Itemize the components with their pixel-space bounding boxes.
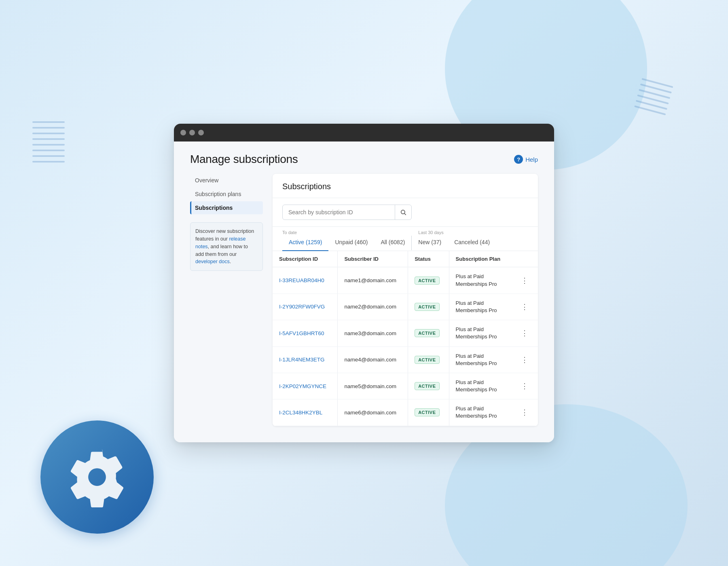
cell-subscriber-id: name6@domain.com [338,399,408,426]
subscription-id-link[interactable]: I-5AFV1GBHRT60 [279,330,324,336]
status-badge: ACTIVE [415,356,439,364]
row-actions-button[interactable]: ⋮ [518,355,531,365]
cell-status: ACTIVE [408,399,449,426]
cell-subscription-id: I-2CL348HK2YBL [273,399,337,426]
col-header-plan: Subscription Plan [449,251,511,267]
table-row: I-1JLR4NEM3ETG name4@domain.com ACTIVE P… [273,346,538,373]
row-actions-button[interactable]: ⋮ [518,328,531,338]
tab-canceled[interactable]: Canceled (44) [448,236,496,251]
status-badge: ACTIVE [415,277,439,285]
tabs-section: To date Active (1259) Unpaid (460) All (… [273,227,538,251]
search-button[interactable] [395,205,411,220]
table-header-row: Subscription ID Subscriber ID Status Sub… [273,251,538,267]
col-header-subscription-id: Subscription ID [273,251,337,267]
content-panel: Subscriptions [273,174,538,426]
tab-all[interactable]: All (6082) [374,236,411,251]
subscription-id-link[interactable]: I-33REUABR04H0 [279,277,324,283]
cell-actions: ⋮ [511,320,538,346]
search-bar [282,205,412,220]
plan-text: Plus at PaidMemberships Pro [456,273,497,287]
cell-subscriber-id: name4@domain.com [338,346,408,373]
cell-plan: Plus at PaidMemberships Pro [449,399,511,426]
svg-point-0 [401,210,405,214]
row-actions-button[interactable]: ⋮ [518,381,531,391]
last30-label: Last 30 days [412,227,496,236]
cell-subscription-id: I-1JLR4NEM3ETG [273,346,337,373]
cell-actions: ⋮ [511,399,538,426]
tab-new[interactable]: New (37) [412,236,448,251]
cell-status: ACTIVE [408,346,449,373]
app-content: Manage subscriptions ? Help Overview Sub… [174,142,554,442]
sidebar-item-subscription-plans[interactable]: Subscription plans [190,188,263,201]
cell-actions: ⋮ [511,267,538,294]
last30-tabs: New (37) Canceled (44) [412,236,496,251]
browser-window: Manage subscriptions ? Help Overview Sub… [174,124,554,442]
cell-subscription-id: I-2Y902RFW0FVG [273,294,337,320]
table-row: I-2CL348HK2YBL name6@domain.com ACTIVE P… [273,399,538,426]
cell-plan: Plus at PaidMemberships Pro [449,267,511,294]
panel-header: Subscriptions [273,174,538,198]
sidebar: Overview Subscription plans Subscription… [190,174,263,426]
cell-actions: ⋮ [511,346,538,373]
status-badge: ACTIVE [415,408,439,416]
cell-subscription-id: I-5AFV1GBHRT60 [273,320,337,346]
maximize-button[interactable] [198,130,204,135]
sidebar-notice: Discover new subscription features in ou… [190,222,263,271]
search-container [273,198,538,227]
cell-subscriber-id: name5@domain.com [338,373,408,399]
subscription-id-link[interactable]: I-2KP02YMGYNCE [279,383,326,389]
cell-subscription-id: I-2KP02YMGYNCE [273,373,337,399]
tab-unpaid[interactable]: Unpaid (460) [328,236,374,251]
sidebar-nav: Overview Subscription plans Subscription… [190,174,263,214]
subscription-id-link[interactable]: I-2Y902RFW0FVG [279,304,325,310]
table-row: I-5AFV1GBHRT60 name3@domain.com ACTIVE P… [273,320,538,346]
row-actions-button[interactable]: ⋮ [518,275,531,286]
minimize-button[interactable] [189,130,195,135]
subscription-id-link[interactable]: I-1JLR4NEM3ETG [279,357,325,363]
plan-text: Plus at PaidMemberships Pro [456,405,497,419]
close-button[interactable] [180,130,186,135]
cell-status: ACTIVE [408,373,449,399]
to-date-label: To date [282,227,411,236]
help-button[interactable]: ? Help [514,155,538,164]
main-layout: Overview Subscription plans Subscription… [174,174,554,442]
bg-lines-left [32,121,65,202]
cell-subscriber-id: name2@domain.com [338,294,408,320]
col-header-status: Status [408,251,449,267]
row-actions-button[interactable]: ⋮ [518,407,531,418]
status-badge: ACTIVE [415,382,439,390]
help-label: Help [525,156,538,163]
cell-actions: ⋮ [511,373,538,399]
col-header-actions [511,251,538,267]
cell-plan: Plus at PaidMemberships Pro [449,294,511,320]
panel-title: Subscriptions [282,182,528,191]
table-row: I-2KP02YMGYNCE name5@domain.com ACTIVE P… [273,373,538,399]
cell-status: ACTIVE [408,267,449,294]
help-icon: ? [514,155,523,164]
subscriptions-table: Subscription ID Subscriber ID Status Sub… [273,251,538,426]
bg-gear-decoration [40,420,154,534]
to-date-group: To date Active (1259) Unpaid (460) All (… [282,227,411,251]
page-title: Manage subscriptions [190,153,298,166]
plan-text: Plus at PaidMemberships Pro [456,379,497,393]
table-row: I-2Y902RFW0FVG name2@domain.com ACTIVE P… [273,294,538,320]
subscription-id-link[interactable]: I-2CL348HK2YBL [279,410,322,416]
sidebar-item-subscriptions[interactable]: Subscriptions [190,201,263,214]
cell-subscriber-id: name1@domain.com [338,267,408,294]
cell-status: ACTIVE [408,320,449,346]
plan-text: Plus at PaidMemberships Pro [456,353,497,366]
cell-plan: Plus at PaidMemberships Pro [449,346,511,373]
sidebar-item-overview[interactable]: Overview [190,174,263,187]
tab-active[interactable]: Active (1259) [282,236,328,251]
title-bar [174,124,554,142]
status-badge: ACTIVE [415,303,439,311]
status-badge: ACTIVE [415,329,439,337]
developer-docs-link[interactable]: developer docs [195,259,230,264]
search-input[interactable] [283,205,395,220]
row-actions-button[interactable]: ⋮ [518,302,531,312]
notice-text-after: . [230,259,231,264]
cell-subscriber-id: name3@domain.com [338,320,408,346]
cell-plan: Plus at PaidMemberships Pro [449,373,511,399]
app-header: Manage subscriptions ? Help [174,142,554,174]
col-header-subscriber-id: Subscriber ID [338,251,408,267]
